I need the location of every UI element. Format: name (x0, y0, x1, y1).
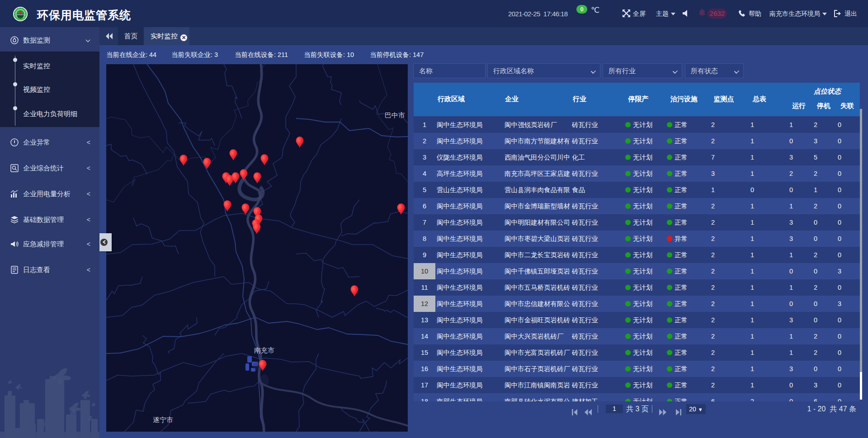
svg-text:巴中市: 巴中市 (385, 111, 405, 119)
svg-text:南充市: 南充市 (254, 346, 274, 354)
svg-text:遂宁市: 遂宁市 (153, 416, 173, 424)
